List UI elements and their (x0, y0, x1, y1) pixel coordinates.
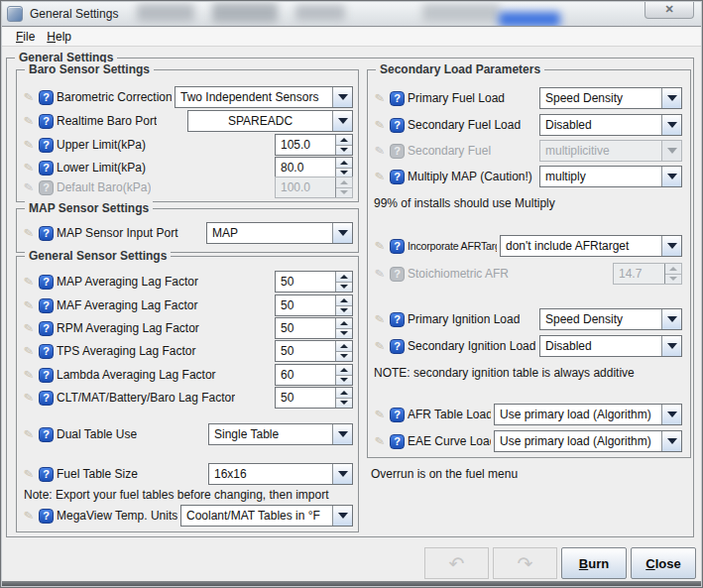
help-icon[interactable]: ? (390, 434, 405, 449)
spinner-down-icon[interactable] (336, 329, 352, 339)
spinner-value[interactable]: 60 (276, 365, 335, 385)
fuel-table-size-select[interactable]: 16x16 (208, 463, 353, 485)
chevron-down-icon[interactable] (332, 506, 352, 526)
chevron-down-icon[interactable] (661, 336, 681, 356)
help-icon[interactable]: ? (39, 114, 54, 129)
spinner-down-icon[interactable] (336, 146, 352, 156)
close-button[interactable]: Close (631, 547, 696, 579)
map-lag-spinner[interactable]: 50 (275, 271, 353, 293)
spinner-value[interactable]: 50 (276, 295, 335, 315)
dual-table-use-select[interactable]: Single Table (208, 423, 353, 445)
rpm-lag-spinner[interactable]: 50 (275, 317, 353, 339)
pencil-icon: ✎ (372, 168, 388, 185)
primary-ignition-load-select[interactable]: Speed Density (539, 308, 682, 330)
help-icon[interactable]: ? (390, 170, 405, 184)
spinner-up-icon[interactable] (336, 341, 352, 352)
chevron-down-icon[interactable] (332, 111, 352, 131)
spinner-down-icon[interactable] (336, 352, 352, 362)
afr-table-load-select[interactable]: Use primary load (Algorithm) (494, 404, 682, 425)
chevron-down-icon[interactable] (661, 309, 681, 329)
spinner-up-icon[interactable] (336, 295, 352, 306)
title-bar[interactable]: General Settings ✕ (0, 0, 703, 27)
chevron-down-icon[interactable] (332, 424, 352, 444)
spinner-value[interactable]: 50 (276, 388, 335, 408)
map-sensor-input-port-select[interactable]: MAP (206, 222, 353, 244)
spinner-up-icon[interactable] (336, 365, 352, 376)
upper-limit-spinner[interactable]: 105.0 (275, 134, 353, 156)
spinner-value[interactable]: 50 (276, 272, 335, 292)
chevron-down-icon[interactable] (661, 236, 681, 256)
help-icon[interactable]: ? (39, 368, 54, 383)
help-icon[interactable]: ? (39, 138, 54, 153)
window-title: General Settings (30, 7, 118, 21)
help-icon[interactable]: ? (390, 408, 405, 422)
chevron-down-icon[interactable] (661, 431, 681, 451)
primary-fuel-load-select[interactable]: Speed Density (539, 87, 682, 109)
spinner-up-icon[interactable] (336, 135, 352, 146)
setting-label: Upper Limit(kPa) (57, 138, 146, 152)
window-close-button[interactable]: ✕ (644, 0, 694, 19)
chevron-down-icon[interactable] (661, 88, 681, 108)
help-icon[interactable]: ? (390, 312, 405, 327)
spinner-up-icon[interactable] (336, 158, 352, 169)
pencil-icon: ✎ (372, 310, 388, 328)
menu-help[interactable]: Help (41, 28, 77, 46)
pencil-icon: ✎ (21, 296, 37, 314)
spinner-value[interactable]: 50 (276, 341, 335, 361)
barometric-correction-select[interactable]: Two Independent Sensors (175, 86, 353, 108)
secondary-ignition-load-select[interactable]: Disabled (539, 335, 682, 357)
help-icon[interactable]: ? (39, 509, 54, 524)
help-icon[interactable]: ? (39, 161, 54, 176)
chevron-down-icon[interactable] (661, 405, 681, 424)
lambda-lag-spinner[interactable]: 60 (275, 364, 353, 386)
spinner-up-icon[interactable] (336, 272, 352, 283)
realtime-baro-port-select[interactable]: SPAREADC (187, 110, 353, 132)
menu-file[interactable]: File (10, 28, 41, 46)
spinner-value[interactable]: 80.0 (276, 158, 335, 177)
help-icon[interactable]: ? (390, 239, 405, 254)
spinner-up-icon[interactable] (336, 388, 352, 399)
spinner-up-icon[interactable] (336, 318, 352, 329)
incorporate-afrtarget-select[interactable]: don't include AFRtarget (500, 235, 682, 257)
chevron-down-icon[interactable] (661, 115, 681, 135)
maf-lag-spinner[interactable]: 50 (275, 294, 353, 316)
tps-lag-spinner[interactable]: 50 (275, 340, 353, 362)
help-icon[interactable]: ? (39, 391, 54, 406)
setting-label: Fuel Table Size (57, 467, 138, 481)
spinner-down-icon[interactable] (336, 376, 352, 386)
chevron-down-icon[interactable] (332, 87, 352, 107)
pencil-icon: ✎ (21, 159, 37, 176)
help-icon[interactable]: ? (39, 298, 54, 313)
eae-curve-load-select[interactable]: Use primary load (Algorithm) (494, 430, 682, 452)
help-icon[interactable]: ? (39, 321, 54, 336)
default-baro-spinner: 100.0 (275, 176, 353, 198)
help-icon[interactable]: ? (390, 118, 405, 133)
help-icon[interactable]: ? (39, 90, 54, 105)
multiply-map-select[interactable]: multiply (539, 166, 682, 187)
help-icon[interactable]: ? (39, 467, 54, 482)
help-icon[interactable]: ? (39, 275, 54, 290)
chevron-down-icon[interactable] (332, 223, 352, 243)
help-icon[interactable]: ? (39, 226, 54, 241)
megaview-temp-units-select[interactable]: Coolant/MAT Tables in °F (180, 505, 353, 527)
chevron-down-icon[interactable] (332, 464, 352, 484)
spinner-down-icon[interactable] (336, 399, 352, 409)
pencil-icon: ✎ (21, 425, 37, 443)
setting-label: EAE Curve Load (408, 434, 491, 448)
stoichiometric-afr-spinner: 14.7 (613, 263, 682, 285)
spinner-value[interactable]: 105.0 (276, 135, 335, 155)
secondary-fuel-load-select[interactable]: Disabled (539, 114, 682, 136)
chevron-down-icon[interactable] (661, 167, 681, 186)
spinner-down-icon[interactable] (336, 283, 352, 293)
burn-button[interactable]: Burn (561, 547, 627, 579)
spinner-down-icon[interactable] (336, 306, 352, 316)
spinner-value[interactable]: 50 (276, 318, 335, 338)
pencil-icon: ✎ (372, 265, 388, 283)
clt-lag-spinner[interactable]: 50 (275, 387, 353, 409)
window-frame-bottom[interactable] (0, 581, 703, 588)
help-icon[interactable]: ? (390, 339, 405, 354)
help-icon[interactable]: ? (39, 427, 54, 442)
help-icon[interactable]: ? (39, 344, 54, 359)
help-icon[interactable]: ? (390, 91, 405, 106)
lower-limit-spinner[interactable]: 80.0 (275, 157, 353, 178)
